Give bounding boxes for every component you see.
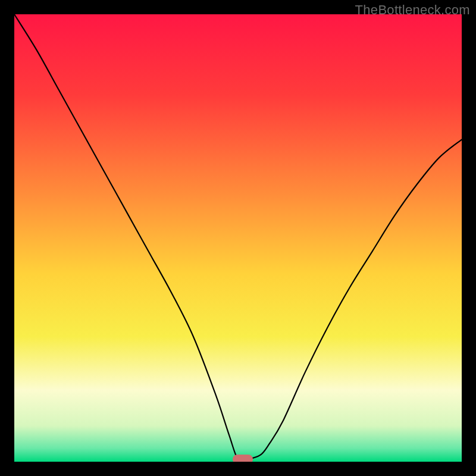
chart-frame <box>0 0 476 476</box>
minimum-marker <box>233 455 253 462</box>
plot-area <box>14 14 462 462</box>
watermark-text: TheBottleneck.com <box>355 2 470 18</box>
bottleneck-curve <box>14 14 462 462</box>
